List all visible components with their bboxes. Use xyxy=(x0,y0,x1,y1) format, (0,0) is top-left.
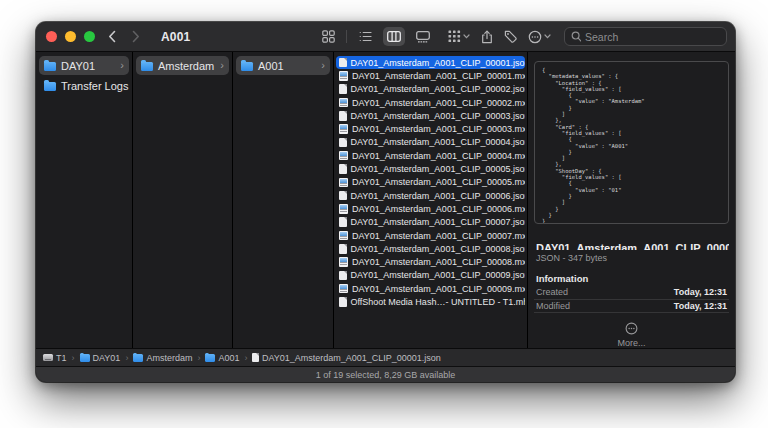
column-view-button[interactable] xyxy=(383,27,405,46)
file-row[interactable]: DAY01_Amsterdam_A001_CLIP_00004.mxf xyxy=(336,149,525,162)
file-name: DAY01_Amsterdam_A001_CLIP_00001.mxf xyxy=(352,71,525,81)
chevron-left-icon xyxy=(108,30,116,43)
file-name: DAY01_Amsterdam_A001_CLIP_00004.json xyxy=(351,137,526,147)
path-item-label: A001 xyxy=(218,353,239,363)
file-row[interactable]: DAY01_Amsterdam_A001_CLIP_00004.json xyxy=(336,136,525,149)
tag-button[interactable] xyxy=(504,30,517,43)
traffic-lights xyxy=(44,31,95,42)
path-item[interactable]: A001 xyxy=(205,353,239,363)
doc-icon xyxy=(252,353,259,362)
folder-item-a001[interactable]: A001› xyxy=(236,56,330,75)
file-row[interactable]: DAY01_Amsterdam_A001_CLIP_00005.mxf xyxy=(336,176,525,189)
gallery-view-button[interactable] xyxy=(412,27,434,46)
file-row[interactable]: DAY01_Amsterdam_A001_CLIP_00002.json xyxy=(336,83,525,96)
back-button[interactable] xyxy=(103,26,121,48)
file-row[interactable]: DAY01_Amsterdam_A001_CLIP_00007.mxf xyxy=(336,229,525,242)
more-actions-button[interactable] xyxy=(528,30,551,44)
file-name: DAY01_Amsterdam_A001_CLIP_00005.json xyxy=(351,164,526,174)
json-file-icon xyxy=(339,271,347,281)
view-switcher xyxy=(317,27,434,46)
zoom-button[interactable] xyxy=(84,31,95,42)
grid-view-icon xyxy=(322,30,335,43)
path-item[interactable]: T1 xyxy=(43,353,67,363)
mxf-file-icon xyxy=(339,71,348,81)
status-text: 1 of 19 selected, 8,29 GB available xyxy=(316,370,456,380)
folder-icon xyxy=(141,62,153,71)
file-row[interactable]: DAY01_Amsterdam_A001_CLIP_00003.mxf xyxy=(336,122,525,135)
folder-item-amsterdam[interactable]: Amsterdam› xyxy=(136,56,229,75)
path-item[interactable]: DAY01 xyxy=(80,353,121,363)
folder-icon xyxy=(80,354,90,362)
file-row[interactable]: DAY01_Amsterdam_A001_CLIP_00008.json xyxy=(336,242,525,255)
icon-view-button[interactable] xyxy=(317,27,339,46)
file-name: DAY01_Amsterdam_A001_CLIP_00003.mxf xyxy=(352,124,525,134)
more-label: More... xyxy=(617,338,645,348)
file-name: DAY01_Amsterdam_A001_CLIP_00007.json xyxy=(351,217,526,227)
folder-icon xyxy=(205,354,215,362)
json-file-icon xyxy=(339,164,347,174)
path-item[interactable]: Amsterdam xyxy=(133,353,192,363)
folder-icon xyxy=(44,82,56,91)
finder-window: A001 xyxy=(36,22,735,382)
file-row[interactable]: DAY01_Amsterdam_A001_CLIP_00009.mxf xyxy=(336,282,525,295)
mxf-file-icon xyxy=(339,204,348,214)
file-row[interactable]: DAY01_Amsterdam_A001_CLIP_00001.mxf xyxy=(336,69,525,82)
path-item-label: DAY01 xyxy=(93,353,121,363)
share-button[interactable] xyxy=(481,30,493,44)
divider xyxy=(346,30,347,43)
search-field[interactable] xyxy=(564,27,727,46)
gallery-view-icon xyxy=(416,31,430,43)
file-row[interactable]: DAY01_Amsterdam_A001_CLIP_00001.json xyxy=(336,56,525,69)
json-file-icon xyxy=(339,138,347,148)
folder-item-label: A001 xyxy=(258,60,284,72)
file-row[interactable]: DAY01_Amsterdam_A001_CLIP_00006.json xyxy=(336,189,525,202)
browser-column-1: DAY01›Transfer Logs› xyxy=(36,52,133,348)
file-row[interactable]: OffShoot Media Hash…- UNTITLED - T1.mhl xyxy=(336,295,525,308)
path-bar: T1›DAY01›Amsterdam›A001›DAY01_Amsterdam_… xyxy=(36,348,735,366)
desktop-background: A001 xyxy=(0,0,768,428)
status-bar: 1 of 19 selected, 8,29 GB available xyxy=(36,366,735,382)
info-row-created: CreatedToday, 12:31 xyxy=(534,286,729,300)
column-view-icon xyxy=(387,31,401,42)
browser-column-2: Amsterdam› xyxy=(133,52,233,348)
forward-button[interactable] xyxy=(127,26,145,48)
file-row[interactable]: DAY01_Amsterdam_A001_CLIP_00008.mxf xyxy=(336,255,525,268)
search-input[interactable] xyxy=(585,31,720,43)
file-row[interactable]: DAY01_Amsterdam_A001_CLIP_00007.json xyxy=(336,216,525,229)
file-row[interactable]: DAY01_Amsterdam_A001_CLIP_00005.json xyxy=(336,162,525,175)
more-ellipsis-circle-icon xyxy=(625,322,638,335)
folder-icon xyxy=(133,354,143,362)
json-file-icon xyxy=(339,58,347,68)
file-row[interactable]: DAY01_Amsterdam_A001_CLIP_00003.json xyxy=(336,109,525,122)
folder-item-day01[interactable]: DAY01› xyxy=(39,56,129,75)
file-name: DAY01_Amsterdam_A001_CLIP_00008.json xyxy=(351,244,526,254)
mhl-file-icon xyxy=(339,297,347,307)
tag-icon xyxy=(504,30,517,43)
list-view-button[interactable] xyxy=(354,27,376,46)
chevron-down-icon xyxy=(544,34,551,39)
close-button[interactable] xyxy=(46,31,57,42)
preview-file-meta: JSON - 347 bytes xyxy=(534,253,729,263)
file-row[interactable]: DAY01_Amsterdam_A001_CLIP_00009.json xyxy=(336,269,525,282)
share-icon xyxy=(481,30,493,44)
info-value: Today, 12:31 xyxy=(674,301,727,311)
file-row[interactable]: DAY01_Amsterdam_A001_CLIP_00002.mxf xyxy=(336,96,525,109)
path-item[interactable]: DAY01_Amsterdam_A001_CLIP_00001.json xyxy=(252,353,440,363)
folder-item-transfer-logs[interactable]: Transfer Logs› xyxy=(39,76,129,95)
group-button[interactable] xyxy=(448,30,470,43)
folder-item-label: Transfer Logs xyxy=(61,80,128,92)
column-browser: DAY01›Transfer Logs› Amsterdam› A001› DA… xyxy=(36,52,735,348)
chevron-right-icon: › xyxy=(71,353,76,363)
file-name: OffShoot Media Hash…- UNTITLED - T1.mhl xyxy=(351,297,526,307)
minimize-button[interactable] xyxy=(65,31,76,42)
more-button[interactable]: More... xyxy=(534,322,729,348)
search-icon xyxy=(571,31,581,42)
path-item-label: Amsterdam xyxy=(146,353,192,363)
file-name: DAY01_Amsterdam_A001_CLIP_00004.mxf xyxy=(352,151,525,161)
json-preview-box: { "metadata_values" : { "Location" : { "… xyxy=(534,61,729,224)
file-row[interactable]: DAY01_Amsterdam_A001_CLIP_00006.mxf xyxy=(336,202,525,215)
information-rows: CreatedToday, 12:31ModifiedToday, 12:31 xyxy=(534,286,729,313)
file-name: DAY01_Amsterdam_A001_CLIP_00008.mxf xyxy=(352,257,525,267)
json-file-icon xyxy=(339,84,347,94)
mxf-file-icon xyxy=(339,151,348,161)
